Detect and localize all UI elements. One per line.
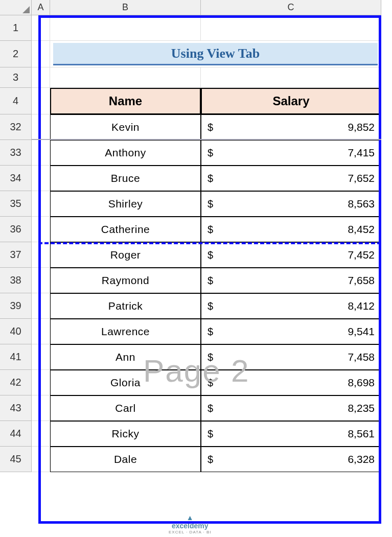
cell[interactable] <box>32 421 50 447</box>
row-header[interactable]: 43 <box>0 395 32 421</box>
row-header[interactable]: 44 <box>0 421 32 447</box>
page-break-border <box>38 15 41 523</box>
cell[interactable] <box>50 15 201 41</box>
cell[interactable] <box>32 242 50 268</box>
row-header[interactable]: 45 <box>0 447 32 472</box>
cell[interactable] <box>201 15 381 41</box>
cell[interactable] <box>32 217 50 242</box>
cell[interactable] <box>32 293 50 319</box>
row-header[interactable]: 2 <box>0 41 32 67</box>
cell[interactable] <box>32 114 50 140</box>
column-header-c[interactable]: C <box>201 0 381 15</box>
cell[interactable] <box>32 88 50 114</box>
salary-cell[interactable]: $7,415 <box>201 140 381 166</box>
column-header-a[interactable]: A <box>32 0 50 15</box>
cell[interactable] <box>32 140 50 166</box>
row-header[interactable]: 34 <box>0 166 32 191</box>
row-header[interactable]: 40 <box>0 319 32 344</box>
cell[interactable] <box>32 319 50 344</box>
title-cell[interactable]: Using View Tab <box>50 41 381 67</box>
cell[interactable] <box>32 166 50 191</box>
salary-cell[interactable]: $8,235 <box>201 395 381 421</box>
column-header-b[interactable]: B <box>50 0 201 15</box>
salary-value: 9,541 <box>348 325 375 338</box>
row-header[interactable]: 33 <box>0 140 32 166</box>
page-break-dashed <box>38 242 381 244</box>
salary-value: 7,415 <box>348 147 375 159</box>
title-banner: Using View Tab <box>53 43 378 65</box>
salary-cell[interactable]: $6,328 <box>201 447 381 472</box>
name-cell[interactable]: Lawrence <box>50 319 201 344</box>
name-cell[interactable]: Raymond <box>50 268 201 293</box>
row-header[interactable]: 4 <box>0 88 32 114</box>
cell[interactable] <box>32 41 50 67</box>
salary-cell[interactable]: $7,458 <box>201 344 381 370</box>
currency-symbol: $ <box>207 428 213 440</box>
salary-value: 8,561 <box>348 428 375 440</box>
cell[interactable] <box>50 67 201 88</box>
salary-cell[interactable]: $7,658 <box>201 268 381 293</box>
table-header-name[interactable]: Name <box>50 88 201 114</box>
cell[interactable] <box>32 447 50 472</box>
salary-cell[interactable]: $8,698 <box>201 370 381 395</box>
currency-symbol: $ <box>207 352 213 363</box>
salary-cell[interactable]: $8,452 <box>201 217 381 242</box>
row-header[interactable]: 37 <box>0 242 32 268</box>
freeze-pane-line <box>32 139 381 140</box>
cell[interactable] <box>32 191 50 217</box>
cell[interactable] <box>32 395 50 421</box>
name-cell[interactable]: Catherine <box>50 217 201 242</box>
row-header[interactable]: 32 <box>0 114 32 140</box>
name-cell[interactable]: Bruce <box>50 166 201 191</box>
row-header[interactable]: 38 <box>0 268 32 293</box>
cell[interactable] <box>32 15 50 41</box>
name-cell[interactable]: Gloria <box>50 370 201 395</box>
salary-cell[interactable]: $7,452 <box>201 242 381 268</box>
name-cell[interactable]: Ricky <box>50 421 201 447</box>
cell[interactable] <box>32 67 50 88</box>
row-header[interactable]: 36 <box>0 217 32 242</box>
row-header[interactable]: 42 <box>0 370 32 395</box>
name-cell[interactable]: Roger <box>50 242 201 268</box>
name-cell[interactable]: Anthony <box>50 140 201 166</box>
cell[interactable] <box>32 344 50 370</box>
salary-value: 7,658 <box>348 274 375 287</box>
name-cell[interactable]: Dale <box>50 447 201 472</box>
row-header[interactable]: 39 <box>0 293 32 319</box>
salary-value: 9,852 <box>348 121 375 133</box>
table-header-salary[interactable]: Salary <box>201 88 381 114</box>
salary-cell[interactable]: $9,541 <box>201 319 381 344</box>
currency-symbol: $ <box>207 122 213 133</box>
currency-symbol: $ <box>207 249 213 261</box>
row-header[interactable]: 3 <box>0 67 32 88</box>
name-cell[interactable]: Kevin <box>50 114 201 140</box>
salary-cell[interactable]: $9,852 <box>201 114 381 140</box>
currency-symbol: $ <box>207 275 213 287</box>
currency-symbol: $ <box>207 377 213 389</box>
currency-symbol: $ <box>207 198 213 210</box>
cell[interactable] <box>201 67 381 88</box>
name-cell[interactable]: Carl <box>50 395 201 421</box>
currency-symbol: $ <box>207 326 213 338</box>
row-header[interactable]: 1 <box>0 15 32 41</box>
row-header[interactable]: 35 <box>0 191 32 217</box>
row-header[interactable]: 41 <box>0 344 32 370</box>
cell[interactable] <box>32 268 50 293</box>
select-all-corner[interactable] <box>0 0 32 15</box>
currency-symbol: $ <box>207 147 213 159</box>
page-break-border <box>38 15 381 18</box>
brand-watermark: ▲ exceldemy EXCEL · DATA · BI <box>169 513 212 534</box>
name-cell[interactable]: Patrick <box>50 293 201 319</box>
salary-value: 7,652 <box>348 172 375 184</box>
salary-value: 7,458 <box>348 351 375 363</box>
salary-cell[interactable]: $8,412 <box>201 293 381 319</box>
cell[interactable] <box>32 370 50 395</box>
salary-cell[interactable]: $8,561 <box>201 421 381 447</box>
salary-cell[interactable]: $8,563 <box>201 191 381 217</box>
name-cell[interactable]: Shirley <box>50 191 201 217</box>
salary-cell[interactable]: $7,652 <box>201 166 381 191</box>
spreadsheet-grid: A B C 1 2 Using View Tab 3 4 Name Salary… <box>0 0 392 472</box>
salary-value: 7,452 <box>348 249 375 261</box>
name-cell[interactable]: Ann <box>50 344 201 370</box>
salary-value: 8,412 <box>348 300 375 312</box>
